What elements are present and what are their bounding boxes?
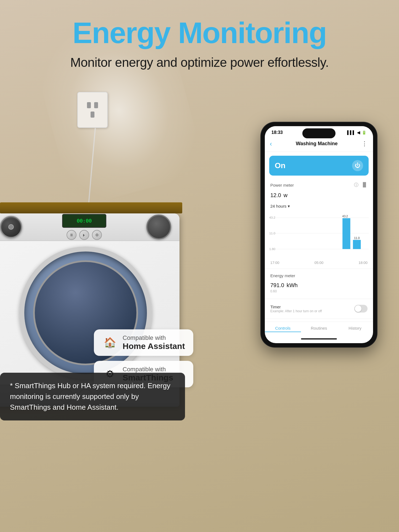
timer-section: Timer Example: After 1 hour turn on or o… xyxy=(265,302,373,316)
energy-value: 791.0 xyxy=(270,282,284,288)
hours-selector[interactable]: 24 hours ▾ xyxy=(265,204,373,209)
app-title: Washing Machine xyxy=(296,141,337,147)
wm-top-panel: 00:00 ⏸ ⏵ ⚙ xyxy=(0,213,179,241)
outlet-slots xyxy=(87,102,98,108)
energy-meter-section: Energy meter 791.0 kWh 0.60 xyxy=(265,272,373,296)
chart-bar-main xyxy=(342,218,350,249)
counter-shelf xyxy=(0,202,182,213)
power-unit: w xyxy=(284,192,287,198)
chart-icon[interactable]: ▐▌ xyxy=(361,182,368,188)
outlet-slot-bottom xyxy=(91,112,94,118)
wm-spin-dial xyxy=(146,215,171,239)
timer-sub: Example: After 1 hour turn on or off xyxy=(270,309,322,313)
left-scene: 00:00 ⏸ ⏵ ⚙ xyxy=(0,89,261,420)
divider-1 xyxy=(265,269,373,269)
energy-unit: kWh xyxy=(287,282,298,288)
power-meter-section: Power meter ⓘ ▐▌ 12.0 w xyxy=(265,179,373,204)
on-label: On xyxy=(275,161,286,170)
info-icon[interactable]: ⓘ xyxy=(354,182,358,188)
signal-icon: ▌▌▌ xyxy=(347,130,355,135)
badge-line1-ha: Compatible with xyxy=(123,334,185,342)
energy-meter-value: 791.0 kWh xyxy=(270,279,368,289)
wifi-icon: ◀ xyxy=(357,130,360,135)
page-title: Energy Monitoring xyxy=(22,17,377,49)
wall-outlet-area xyxy=(77,92,110,131)
header-section: Energy Monitoring Monitor energy and opt… xyxy=(0,0,399,78)
wall-outlet xyxy=(77,92,108,128)
power-meter-value: 12.0 w xyxy=(270,189,368,199)
wm-display: 00:00 xyxy=(62,214,106,228)
wm-controls: 00:00 ⏸ ⏵ ⚙ xyxy=(62,214,106,240)
wm-btn-1[interactable]: ⏸ xyxy=(67,230,76,240)
power-chart: 43.2 11.0 1.80 43.2 11.0 xyxy=(265,213,373,257)
disclaimer-text: * SmartThings Hub or HA system required.… xyxy=(10,382,170,411)
page-container: Energy Monitoring Monitor energy and opt… xyxy=(0,0,399,532)
phone-mockup: 18:33 ▌▌▌ ◀ 🔋 ‹ Washing Machine ⋮ xyxy=(261,122,377,347)
phone-area: 18:33 ▌▌▌ ◀ 🔋 ‹ Washing Machine ⋮ xyxy=(261,122,388,420)
badge-line1-st: Compatible with xyxy=(123,366,173,373)
status-icons: ▌▌▌ ◀ 🔋 xyxy=(347,130,366,135)
chart-x-labels: 17:00 05:00 18:00 xyxy=(265,260,373,266)
outlet-slot-right xyxy=(94,102,98,108)
power-meter-icons: ⓘ ▐▌ xyxy=(354,182,368,188)
home-bar xyxy=(301,338,337,340)
back-button[interactable]: ‹ xyxy=(270,140,272,148)
phone-screen: 18:33 ▌▌▌ ◀ 🔋 ‹ Washing Machine ⋮ xyxy=(265,126,373,343)
chart-label-1: 17:00 xyxy=(270,261,279,265)
power-icon: ⏻ xyxy=(352,160,363,171)
divider-2 xyxy=(265,299,373,299)
power-value: 12.0 xyxy=(270,192,281,198)
status-time: 18:33 xyxy=(271,130,283,135)
more-button[interactable]: ⋮ xyxy=(361,140,368,147)
tab-routines[interactable]: Routines xyxy=(301,326,337,332)
disclaimer-box: * SmartThings Hub or HA system required.… xyxy=(0,373,185,420)
home-assistant-badge-text: Compatible with Home Assistant xyxy=(123,334,185,351)
timer-info: Timer Example: After 1 hour turn on or o… xyxy=(270,305,322,313)
chart-bar-secondary xyxy=(353,240,361,249)
wm-program-dial xyxy=(0,216,22,238)
hours-label: 24 hours ▾ xyxy=(270,204,290,209)
power-meter-label: Power meter xyxy=(270,183,294,187)
svg-text:11.0: 11.0 xyxy=(354,237,360,240)
timer-toggle[interactable] xyxy=(354,305,368,313)
outlet-slot-left xyxy=(87,102,91,108)
divider-3 xyxy=(265,319,373,319)
wm-btn-3[interactable]: ⚙ xyxy=(92,230,102,240)
svg-text:43.2: 43.2 xyxy=(269,216,275,219)
battery-icon: 🔋 xyxy=(362,130,366,135)
svg-text:1.80: 1.80 xyxy=(269,247,275,251)
svg-text:43.2: 43.2 xyxy=(342,215,348,218)
chart-svg: 43.2 11.0 1.80 43.2 11.0 xyxy=(269,213,369,257)
bottom-tabs: Controls Routines History xyxy=(265,322,373,335)
wm-btn-2[interactable]: ⏵ xyxy=(79,230,89,240)
dynamic-island xyxy=(302,128,335,138)
power-meter-label-row: Power meter ⓘ ▐▌ xyxy=(270,182,368,188)
wm-dial-center xyxy=(8,224,14,230)
home-indicator xyxy=(265,335,373,343)
svg-text:11.0: 11.0 xyxy=(269,232,275,235)
energy-sub-value: 0.60 xyxy=(270,289,368,293)
app-header: ‹ Washing Machine ⋮ xyxy=(265,137,373,152)
home-assistant-badge: 🏠 Compatible with Home Assistant xyxy=(94,329,193,356)
chart-label-3: 18:00 xyxy=(358,261,368,265)
energy-meter-label: Energy meter xyxy=(270,273,368,278)
chart-label-2: 05:00 xyxy=(315,261,324,265)
page-subtitle: Monitor energy and optimize power effort… xyxy=(22,55,377,70)
timer-label: Timer xyxy=(270,305,322,309)
badge-line2-ha: Home Assistant xyxy=(123,342,185,351)
power-cord xyxy=(88,128,96,210)
on-off-button[interactable]: On ⏻ xyxy=(269,156,369,176)
tab-controls[interactable]: Controls xyxy=(265,326,301,332)
tab-history[interactable]: History xyxy=(337,326,373,332)
content-area: 00:00 ⏸ ⏵ ⚙ xyxy=(0,89,399,420)
wm-buttons: ⏸ ⏵ ⚙ xyxy=(67,230,102,240)
home-assistant-icon: 🏠 xyxy=(102,334,118,351)
